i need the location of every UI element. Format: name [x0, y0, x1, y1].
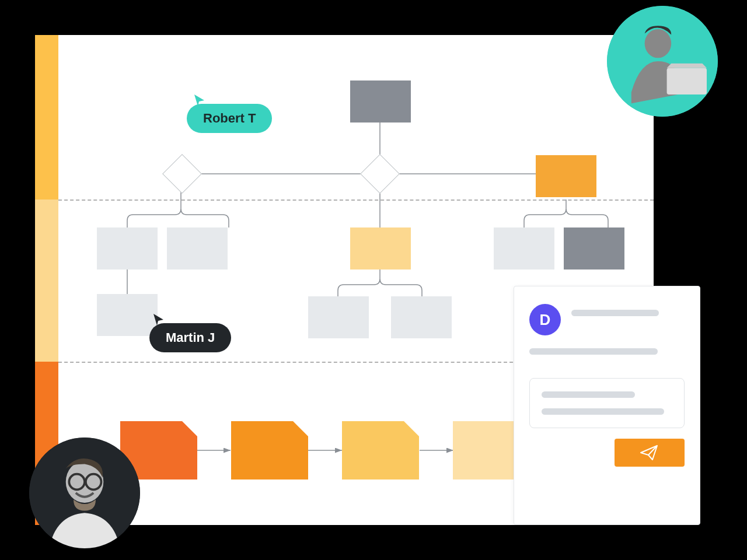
comment-panel[interactable]: D	[514, 286, 700, 525]
flow-child-1a[interactable]	[97, 228, 158, 270]
collaborator-cursor-robert[interactable]: Robert T	[187, 104, 272, 133]
flow-process-top[interactable]	[350, 80, 411, 123]
swimlane-2	[35, 200, 58, 362]
comment-text-line	[571, 310, 659, 316]
flow-document-2[interactable]	[231, 421, 308, 480]
input-placeholder-line	[542, 408, 664, 415]
comment-input[interactable]	[529, 378, 685, 428]
flow-grandchild-c1[interactable]	[308, 296, 369, 338]
avatar: D	[529, 304, 561, 335]
svg-point-8	[607, 6, 718, 117]
flow-child-3a[interactable]	[494, 228, 554, 270]
lane-divider-1	[58, 200, 654, 201]
flow-grandchild-left[interactable]	[97, 294, 158, 336]
send-button[interactable]	[615, 439, 685, 467]
collaborator-photo-bottom	[29, 438, 140, 548]
collaborator-label: Robert T	[203, 111, 256, 126]
flow-child-1b[interactable]	[167, 228, 228, 270]
collaborator-cursor-martin[interactable]: Martin J	[149, 323, 231, 352]
swimlane-1	[35, 35, 58, 200]
flow-process-right-orange[interactable]	[536, 155, 596, 197]
svg-rect-10	[667, 68, 707, 94]
paper-plane-icon	[640, 444, 659, 461]
flow-child-center[interactable]	[350, 228, 411, 270]
flow-decision-left[interactable]	[162, 154, 202, 194]
avatar-initial: D	[540, 311, 551, 329]
svg-point-9	[645, 29, 672, 58]
flow-grandchild-c2[interactable]	[391, 296, 452, 338]
input-placeholder-line	[542, 391, 635, 398]
collaborator-label: Martin J	[166, 330, 215, 345]
flow-child-3b[interactable]	[564, 228, 624, 270]
collaborator-photo-top	[607, 6, 718, 117]
flow-decision-center[interactable]	[360, 154, 400, 194]
flow-document-3[interactable]	[342, 421, 419, 480]
comment-text-line	[529, 348, 658, 355]
